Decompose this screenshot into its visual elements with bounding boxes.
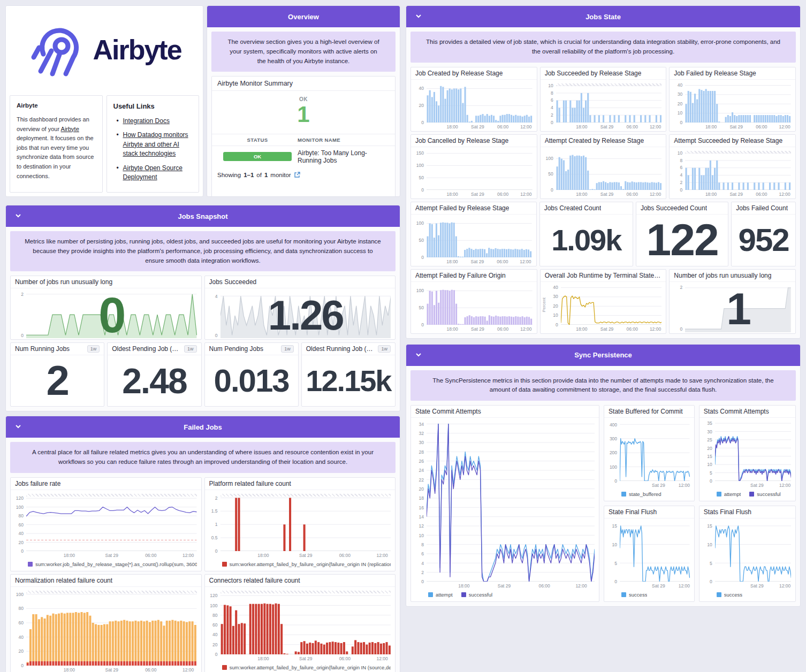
chart-plot-area[interactable] [715,422,791,481]
y-tick: 10 [678,110,682,116]
chart-plot-area[interactable] [427,422,595,582]
y-tick: 22 [419,477,424,483]
x-tick: Sat 29 [105,667,118,672]
y-tick: 0 [614,579,617,584]
chart-title: Attempt Succeeded by Release Stage [670,135,795,147]
x-tick: 18:00 [705,192,717,197]
x-tick: Sat 29 [652,583,665,589]
x-tick: Sat 29 [471,259,484,264]
x-tick: 18:00 [576,326,587,332]
legend-item[interactable]: successful [461,592,492,598]
stat-num-pending-jobs: Num Pending Jobs1w0.013 [204,342,299,407]
partial-data-hatch [26,494,197,497]
chart-title-text: Jobs Created Count [544,204,602,212]
chart-legend: sum:worker.attempt_failed_by_failure_ori… [205,560,396,571]
chart-title: Jobs Failed Count [732,202,795,215]
chart-plot-area[interactable] [220,591,391,654]
jobs-state-header: Jobs State [406,6,800,27]
airbyte-logo-icon [27,22,86,78]
chart-plot-area[interactable]: 0 [26,292,197,338]
right-column: Jobs State This provides a detailed view… [406,5,801,607]
chart-title-text: Job Cancelled by Release Stage [415,137,508,144]
external-link-icon[interactable] [294,172,300,178]
y-tick: 50 [419,305,424,310]
chart-plot-area[interactable] [26,591,197,666]
chart-plot-area[interactable] [427,218,532,257]
x-tick: 18:00 [446,259,458,264]
status-badge: OK [223,152,292,161]
chart-plot-area[interactable] [715,522,791,582]
x-tick: 12:00 [520,259,531,264]
y-tick: 300 [610,436,617,441]
stat-jobs-created-count: Jobs Created Count1.09k [539,202,633,266]
chart-plot-area[interactable] [556,83,662,123]
collapse-chevron-icon[interactable] [415,351,422,358]
legend-item[interactable]: success [717,592,742,598]
chart-canvas [556,83,662,123]
x-tick: 12:00 [376,553,387,558]
timeframe-badge: 1w [184,345,197,353]
query-value: 952 [732,215,795,266]
chart-title: Overall Job Runtime by Terminal State (S… [541,270,666,282]
partial-data-hatch [26,591,197,593]
chart-number-of-jobs-run-unusually-long: Number of jobs run unusually long020 [10,276,202,340]
y-tick: 2 [551,112,553,118]
logo-card: Airbyte Airbyte This dashboard provides … [5,5,203,197]
chart-body: 050100 [411,215,536,258]
legend-item[interactable]: sum:worker.attempt_failed_by_failure_ori… [222,665,391,670]
legend-item[interactable]: sum:worker.job_failed_by_release_stage{*… [28,561,197,567]
legend-swatch [222,665,227,670]
legend-item[interactable]: sum:worker.attempt_failed_by_failure_ori… [222,561,391,567]
chart-canvas [427,83,533,123]
collapse-chevron-icon[interactable] [14,212,22,219]
chart-title: Num Running Jobs1w [11,343,104,355]
chart-plot-area[interactable] [620,522,690,582]
jobs-state-note: This provides a detailed view of job sta… [410,32,796,63]
chart-plot-area[interactable] [620,422,690,481]
collapse-chevron-icon[interactable] [415,12,422,20]
airbyte-open-source-link[interactable]: Airbyte Open Source Deployment [123,164,183,181]
y-tick: 32 [419,431,424,436]
y-tick: 0 [680,187,683,193]
chart-body: 041.26 [205,288,396,339]
chart-canvas [427,218,532,257]
chart-plot-area[interactable] [561,286,662,325]
chart-plot-area[interactable]: 1 [685,286,791,332]
legend-swatch [749,492,754,497]
chart-canvas [427,151,533,190]
chart-plot-area[interactable] [556,151,662,190]
legend-item[interactable]: success [621,592,647,598]
chart-plot-area[interactable] [685,83,791,123]
how-datadog-monitors-link[interactable]: How Datadog monitors Airbyte and other A… [123,131,188,157]
chart-plot-area[interactable] [220,494,391,551]
y-axis: 051015 [701,522,715,582]
chart-plot-area[interactable] [26,494,197,551]
chart-plot-area[interactable] [427,286,533,325]
big-value-overlay: 1.26 [220,292,391,338]
legend-item[interactable]: state_buffered [621,491,661,497]
legend-item[interactable]: attempt [717,491,741,497]
x-tick: 12:00 [679,583,690,589]
chart-plot-area[interactable] [427,151,533,190]
chart-state-final-flush: State Final Flush051015Sat 2912:00succes… [604,506,695,602]
chart-plot-area[interactable] [685,151,791,190]
y-tick: 18 [419,495,424,501]
chart-body: Percent010203040 [541,282,666,326]
y-tick: 0 [680,326,683,332]
airbyte-link[interactable]: Airbyte [61,126,79,132]
useful-links-title: Useful Links [113,102,193,110]
jobs-state-row-2: Job Cancelled by Release Stage0501001501… [410,134,796,199]
overview-header: Overview [207,6,400,27]
x-tick: 06:00 [497,192,508,197]
chart-plot-area[interactable]: 1.26 [220,292,391,338]
overview-note: The overview section gives you a high-le… [211,32,396,72]
chart-plot-area[interactable] [427,83,533,123]
collapse-chevron-icon[interactable] [14,423,22,430]
y-tick: 0 [710,478,712,484]
legend-item[interactable]: successful [749,491,780,497]
monitor-name-link[interactable]: Airbyte: Too Many Long-Running Jobs [298,149,390,164]
integration-docs-link[interactable]: Integration Docs [123,117,170,125]
y-tick: 20 [19,648,24,654]
legend-item[interactable]: attempt [428,592,453,598]
chart-title-text: Attempt Failed by Failure Origin [415,272,506,279]
